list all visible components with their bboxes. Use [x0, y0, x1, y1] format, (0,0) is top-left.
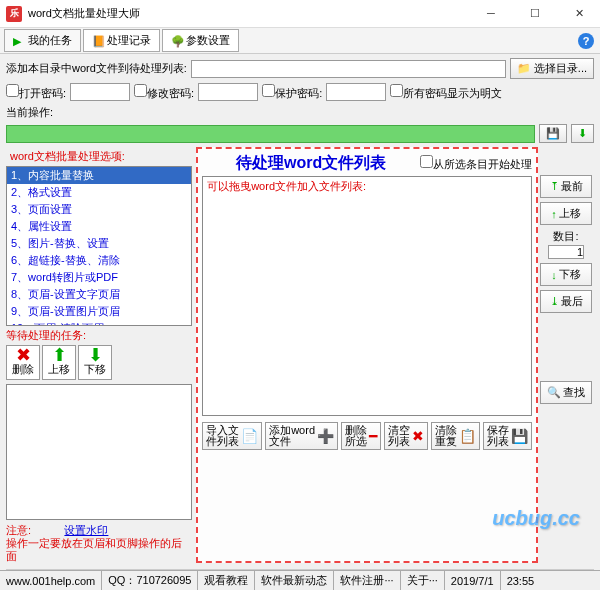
dedupe-button[interactable]: 清除 重复📋	[431, 422, 480, 450]
up-icon: ↑	[551, 208, 557, 220]
minus-icon: ━	[369, 431, 377, 442]
delete-selected-button[interactable]: 删除 所选━	[341, 422, 381, 450]
option-item[interactable]: 4、属性设置	[7, 218, 191, 235]
option-item[interactable]: 9、页眉-设置图片页眉	[7, 303, 191, 320]
down-icon: ↓	[551, 269, 557, 281]
status-news[interactable]: 软件最新动态	[255, 571, 334, 590]
file-list[interactable]: 可以拖曳word文件加入文件列表:	[202, 176, 532, 416]
status-qq: QQ：710726095	[102, 571, 198, 590]
dir-label: 添加本目录中word文件到待处理列表:	[6, 61, 187, 76]
count-input[interactable]	[548, 245, 584, 259]
option-item[interactable]: 5、图片-替换、设置	[7, 235, 191, 252]
status-time: 23:55	[501, 571, 541, 590]
moveup-task-button[interactable]: ⬆上移	[42, 345, 76, 380]
movedown-task-button[interactable]: ⬇下移	[78, 345, 112, 380]
add-word-button[interactable]: 添加word 文件➕	[265, 422, 338, 450]
app-icon: 乐	[6, 6, 22, 22]
tab-settings[interactable]: 🌳参数设置	[162, 29, 239, 52]
status-register[interactable]: 软件注册···	[334, 571, 400, 590]
current-op-label: 当前操作:	[6, 105, 53, 120]
search-button[interactable]: 🔍查找	[540, 381, 592, 404]
progress-bar	[6, 125, 535, 143]
book-icon: 📙	[92, 35, 104, 47]
status-date: 2019/7/1	[445, 571, 501, 590]
mod-pwd-input[interactable]	[198, 83, 258, 101]
search-icon: 🔍	[547, 386, 561, 399]
status-about[interactable]: 关于···	[401, 571, 445, 590]
prot-pwd-input[interactable]	[326, 83, 386, 101]
import-icon: 📄	[241, 431, 258, 442]
move-up-button[interactable]: ↑上移	[540, 202, 592, 225]
save-icon: 💾	[511, 431, 528, 442]
tree-icon: 🌳	[171, 35, 183, 47]
options-list[interactable]: 1、内容批量替换 2、格式设置 3、页面设置 4、属性设置 5、图片-替换、设置…	[6, 166, 192, 326]
prot-pwd-check[interactable]: 保护密码:	[262, 84, 322, 101]
option-item[interactable]: 1、内容批量替换	[7, 167, 191, 184]
download-button[interactable]: ⬇	[571, 124, 594, 143]
folder-icon: 📁	[517, 62, 531, 75]
pending-header: 等待处理的任务:	[6, 326, 192, 345]
play-icon: ▶	[13, 35, 25, 47]
count-display: 数目:	[540, 229, 592, 259]
disk-icon: 💾	[546, 127, 560, 140]
filelist-title: 待处理word文件列表	[202, 153, 420, 174]
plain-pwd-check[interactable]: 所有密码显示为明文	[390, 84, 502, 101]
option-item[interactable]: 6、超链接-替换、清除	[7, 252, 191, 269]
status-tutorial[interactable]: 观看教程	[198, 571, 255, 590]
x-icon: ✖	[412, 431, 424, 442]
clear-list-button[interactable]: 清空 列表✖	[384, 422, 428, 450]
down-arrow-icon: ⬇	[578, 127, 587, 140]
pending-list[interactable]	[6, 384, 192, 520]
start-from-selected-check[interactable]: 从所选条目开始处理	[420, 155, 532, 172]
import-list-button[interactable]: 导入文 件列表📄	[202, 422, 262, 450]
option-item[interactable]: 2、格式设置	[7, 184, 191, 201]
help-icon[interactable]: ?	[578, 33, 594, 49]
top-icon: ⤒	[550, 180, 559, 193]
option-item[interactable]: 8、页眉-设置文字页眉	[7, 286, 191, 303]
tab-process-log[interactable]: 📙处理记录	[83, 29, 160, 52]
save-progress-button[interactable]: 💾	[539, 124, 567, 143]
status-url[interactable]: www.001help.com	[0, 571, 102, 590]
move-bottom-button[interactable]: ⤓最后	[540, 290, 592, 313]
tab-my-tasks[interactable]: ▶我的任务	[4, 29, 81, 52]
save-list-button[interactable]: 保存 列表💾	[483, 422, 532, 450]
open-pwd-input[interactable]	[70, 83, 130, 101]
choose-dir-button[interactable]: 📁选择目录...	[510, 58, 594, 79]
option-item[interactable]: 3、页面设置	[7, 201, 191, 218]
note-text: 注意: 设置水印 操作一定要放在页眉和页脚操作的后面	[6, 524, 192, 563]
open-pwd-check[interactable]: 打开密码:	[6, 84, 66, 101]
watermark-link[interactable]: 设置水印	[64, 524, 108, 536]
dir-input[interactable]	[191, 60, 506, 78]
minimize-button[interactable]: ─	[476, 7, 506, 20]
options-header: word文档批量处理选项:	[6, 147, 192, 166]
option-item[interactable]: 7、word转图片或PDF	[7, 269, 191, 286]
window-title: word文档批量处理大师	[28, 6, 476, 21]
dedupe-icon: 📋	[459, 431, 476, 442]
down-arrow-icon: ⬇	[88, 348, 103, 362]
move-down-button[interactable]: ↓下移	[540, 263, 592, 286]
plus-icon: ➕	[317, 431, 334, 442]
up-arrow-icon: ⬆	[52, 348, 67, 362]
mod-pwd-check[interactable]: 修改密码:	[134, 84, 194, 101]
x-icon: ✖	[16, 348, 31, 362]
bottom-icon: ⤓	[550, 295, 559, 308]
move-top-button[interactable]: ⤒最前	[540, 175, 592, 198]
drag-hint: 可以拖曳word文件加入文件列表:	[207, 179, 366, 194]
close-button[interactable]: ✕	[564, 7, 594, 20]
maximize-button[interactable]: ☐	[520, 7, 550, 20]
delete-task-button[interactable]: ✖删除	[6, 345, 40, 380]
